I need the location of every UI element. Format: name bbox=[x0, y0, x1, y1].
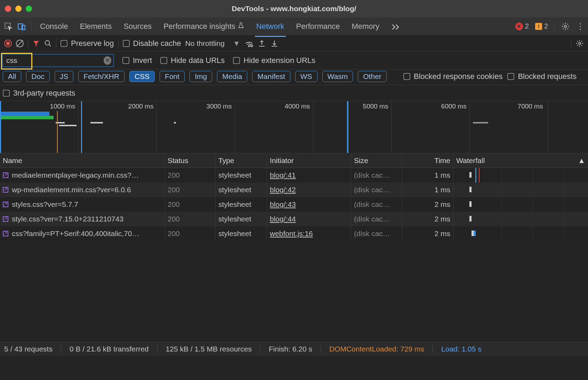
initiator-link[interactable]: blog/:44 bbox=[270, 215, 296, 223]
devtools-tabbar: Console Elements Sources Performance ins… bbox=[0, 17, 588, 35]
stylesheet-icon bbox=[3, 202, 8, 207]
col-header-status[interactable]: Status bbox=[165, 153, 216, 168]
tab-elements[interactable]: Elements bbox=[79, 18, 113, 34]
inspect-element-icon[interactable] bbox=[3, 22, 13, 31]
minimize-window-button[interactable] bbox=[15, 6, 22, 12]
overview-start-line bbox=[0, 101, 1, 153]
clear-filter-icon[interactable]: ✕ bbox=[104, 56, 111, 65]
initiator-link[interactable]: blog/:41 bbox=[270, 171, 296, 179]
col-header-type[interactable]: Type bbox=[216, 153, 267, 168]
network-toolbar: Preserve log Disable cache No throttling… bbox=[0, 35, 588, 51]
separator bbox=[321, 345, 321, 353]
export-har-icon[interactable] bbox=[258, 39, 266, 48]
pill-other[interactable]: Other bbox=[358, 71, 387, 82]
pill-js[interactable]: JS bbox=[55, 71, 74, 82]
table-row[interactable]: css?family=PT+Serif:400,400italic,70… 20… bbox=[0, 226, 588, 241]
col-header-time[interactable]: Time bbox=[402, 153, 453, 168]
svg-point-7 bbox=[579, 42, 581, 45]
maximize-window-button[interactable] bbox=[26, 6, 32, 12]
third-party-checkbox[interactable]: 3rd-party requests bbox=[3, 89, 75, 98]
status-finish: Finish: 6.20 s bbox=[269, 345, 312, 353]
table-header: Name Status Type Initiator Size Time Wat… bbox=[0, 153, 588, 168]
import-har-icon[interactable] bbox=[270, 39, 279, 48]
tab-performance-insights[interactable]: Performance insights bbox=[162, 18, 246, 34]
tab-sources[interactable]: Sources bbox=[122, 18, 153, 34]
waterfall-domcl-line bbox=[479, 168, 480, 183]
overview-bar bbox=[1, 116, 54, 119]
table-row[interactable]: wp-mediaelement.min.css?ver=6.0.6 200 st… bbox=[0, 183, 588, 197]
pill-font[interactable]: Font bbox=[160, 71, 185, 82]
waterfall-bar bbox=[472, 231, 474, 236]
pill-all[interactable]: All bbox=[3, 71, 21, 82]
more-tabs-icon[interactable] bbox=[390, 19, 402, 33]
settings-icon[interactable] bbox=[561, 22, 570, 31]
initiator-link[interactable]: blog/:42 bbox=[270, 186, 296, 194]
tab-performance[interactable]: Performance bbox=[295, 18, 341, 34]
initiator-link[interactable]: blog/:43 bbox=[270, 200, 296, 209]
tick-label: 1000 ms bbox=[50, 103, 75, 110]
separator bbox=[554, 22, 555, 31]
pill-css[interactable]: CSS bbox=[129, 71, 155, 82]
blocked-cookies-checkbox[interactable]: Blocked response cookies bbox=[403, 72, 503, 81]
close-window-button[interactable] bbox=[5, 6, 11, 12]
timeline-overview[interactable]: 1000 ms 2000 ms 3000 ms 4000 ms 5000 ms … bbox=[0, 101, 588, 153]
table-row[interactable]: mediaelementplayer-legacy.min.css?… 200 … bbox=[0, 168, 588, 183]
blocked-requests-checkbox[interactable]: Blocked requests bbox=[507, 72, 577, 81]
search-icon[interactable] bbox=[44, 40, 52, 47]
customize-icon[interactable]: ⋮ bbox=[576, 22, 585, 31]
pill-img[interactable]: Img bbox=[190, 71, 212, 82]
error-icon: ✕ bbox=[515, 23, 523, 30]
hide-extension-urls-checkbox[interactable]: Hide extension URLs bbox=[233, 56, 315, 65]
filter-icon[interactable] bbox=[32, 40, 40, 47]
filter-input[interactable] bbox=[3, 55, 104, 66]
waterfall-bar bbox=[469, 187, 472, 192]
pill-fetch-xhr[interactable]: Fetch/XHR bbox=[78, 71, 124, 82]
col-header-waterfall[interactable]: Waterfall▲ bbox=[453, 153, 588, 168]
overview-load-line bbox=[81, 101, 82, 153]
table-row[interactable]: style.css?ver=7.15.0+2311210743 200 styl… bbox=[0, 212, 588, 226]
network-settings-icon[interactable] bbox=[575, 39, 584, 48]
preserve-log-checkbox[interactable]: Preserve log bbox=[61, 39, 114, 48]
tab-console[interactable]: Console bbox=[39, 18, 70, 34]
status-transferred: 0 B / 21.6 kB transferred bbox=[70, 345, 149, 353]
beta-icon bbox=[237, 22, 244, 29]
hide-data-urls-checkbox[interactable]: Hide data URLs bbox=[160, 56, 225, 65]
tab-memory[interactable]: Memory bbox=[350, 18, 380, 34]
record-button[interactable] bbox=[4, 40, 12, 47]
svg-point-5 bbox=[248, 45, 249, 46]
pill-doc[interactable]: Doc bbox=[26, 71, 49, 82]
pill-media[interactable]: Media bbox=[217, 71, 247, 82]
waterfall-bar bbox=[469, 172, 472, 178]
overview-segment bbox=[90, 122, 103, 123]
initiator-link[interactable]: webfont.js:16 bbox=[270, 229, 313, 238]
invert-checkbox[interactable]: Invert bbox=[122, 56, 152, 65]
tick-label: 7000 ms bbox=[518, 103, 543, 110]
col-header-initiator[interactable]: Initiator bbox=[267, 153, 351, 168]
pill-wasm[interactable]: Wasm bbox=[322, 71, 353, 82]
table-row[interactable]: styles.css?ver=5.7.7 200 stylesheet blog… bbox=[0, 197, 588, 212]
resource-type-filters: All Doc JS Fetch/XHR CSS Font Img Media … bbox=[0, 70, 588, 85]
separator bbox=[157, 345, 158, 353]
pill-ws[interactable]: WS bbox=[295, 71, 317, 82]
tick-label: 6000 ms bbox=[441, 103, 467, 110]
throttling-select[interactable]: No throttling ▼ bbox=[185, 39, 240, 48]
waterfall-load-line bbox=[475, 168, 476, 183]
clear-button[interactable] bbox=[16, 40, 24, 47]
warning-count[interactable]: ! 2 bbox=[535, 22, 548, 30]
tick-label: 3000 ms bbox=[207, 103, 232, 110]
col-header-name[interactable]: Name bbox=[0, 153, 165, 168]
device-toolbar-icon[interactable] bbox=[17, 22, 26, 31]
col-header-size[interactable]: Size bbox=[351, 153, 402, 168]
tab-network[interactable]: Network bbox=[255, 18, 286, 34]
error-count[interactable]: ✕ 2 bbox=[515, 22, 529, 30]
warning-icon: ! bbox=[535, 23, 542, 30]
pill-manifest[interactable]: Manifest bbox=[252, 71, 290, 82]
network-conditions-icon[interactable] bbox=[244, 39, 253, 48]
overview-domcl-line bbox=[57, 111, 58, 153]
svg-point-3 bbox=[564, 25, 567, 27]
tick-label: 2000 ms bbox=[128, 103, 154, 110]
overview-cursor bbox=[347, 101, 348, 153]
separator bbox=[433, 345, 433, 353]
disable-cache-checkbox[interactable]: Disable cache bbox=[123, 39, 181, 48]
chevron-down-icon: ▼ bbox=[233, 39, 240, 48]
